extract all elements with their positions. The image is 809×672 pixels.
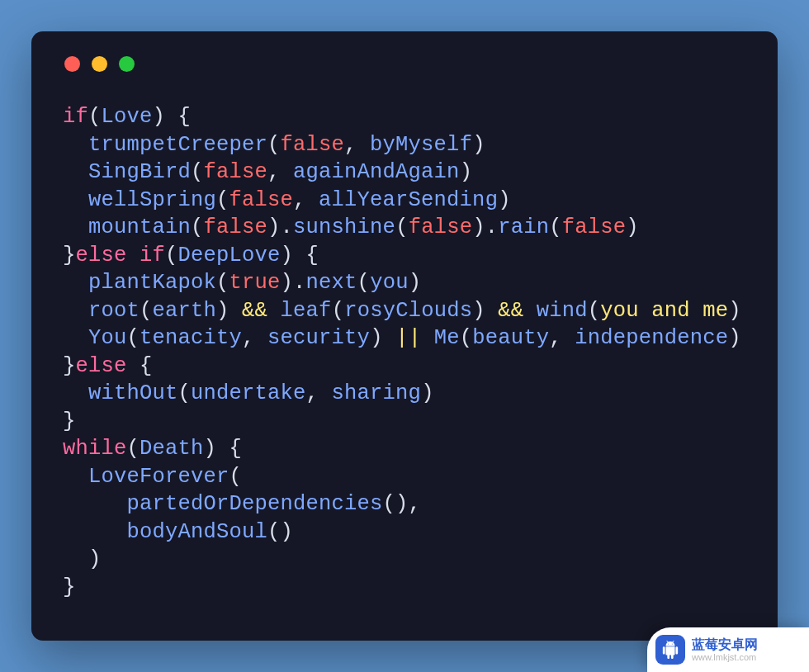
code-token xyxy=(63,215,88,239)
code-token: ) xyxy=(63,547,102,571)
code-token: ( xyxy=(165,244,178,267)
code-token: sharing xyxy=(332,381,422,405)
code-token: ( xyxy=(127,437,140,461)
code-token: { xyxy=(127,354,153,378)
code-token xyxy=(63,271,88,295)
code-token: ). xyxy=(267,215,293,239)
code-token: wind xyxy=(537,299,588,323)
code-token: ). xyxy=(472,215,498,239)
code-token: false xyxy=(409,215,473,239)
code-token: withOut xyxy=(88,381,178,405)
code-token xyxy=(63,520,127,544)
code-token: false xyxy=(281,133,345,157)
code-token: leaf xyxy=(281,299,332,323)
code-token: , xyxy=(267,160,293,184)
code-token: } xyxy=(63,575,76,599)
code-token xyxy=(63,492,127,516)
code-token: ( xyxy=(267,133,281,157)
close-icon[interactable] xyxy=(64,56,80,72)
code-token xyxy=(267,299,281,323)
code-token: ) xyxy=(472,133,485,157)
code-token: ( xyxy=(140,299,153,323)
watermark-badge[interactable]: 蓝莓安卓网 www.lmkjst.com xyxy=(647,627,809,672)
code-token xyxy=(63,381,88,405)
code-token: ) { xyxy=(281,244,319,267)
code-token: beauty xyxy=(472,326,549,350)
code-token: ) { xyxy=(153,105,192,129)
maximize-icon[interactable] xyxy=(119,56,135,72)
code-token: security xyxy=(267,326,370,350)
code-token: trumpetCreeper xyxy=(88,133,267,157)
code-token: , xyxy=(242,326,267,350)
code-token xyxy=(63,133,88,157)
code-token: ( xyxy=(588,299,601,323)
code-token: DeepLove xyxy=(178,244,281,267)
code-token: SingBird xyxy=(88,160,191,184)
code-token xyxy=(63,188,88,212)
code-token: root xyxy=(88,299,140,323)
code-token: ( xyxy=(191,160,204,184)
code-block: if(Love) { trumpetCreeper(false, byMysel… xyxy=(63,103,746,601)
code-token: undertake xyxy=(191,381,306,405)
badge-text: 蓝莓安卓网 www.lmkjst.com xyxy=(692,637,758,662)
code-token: ( xyxy=(395,215,409,239)
code-window: if(Love) { trumpetCreeper(false, byMysel… xyxy=(31,31,778,641)
code-token: earth xyxy=(153,299,217,323)
badge-url: www.lmkjst.com xyxy=(692,652,758,662)
code-token: ) { xyxy=(204,437,243,461)
code-token: Love xyxy=(102,105,153,129)
code-token: ( xyxy=(127,326,140,350)
code-token: ) xyxy=(370,326,395,350)
code-token: ) xyxy=(460,160,473,184)
code-token: you xyxy=(370,271,409,295)
code-token xyxy=(523,299,537,323)
code-token: ( xyxy=(178,381,192,405)
code-token: false xyxy=(229,188,294,212)
code-token: ( xyxy=(88,105,102,129)
code-token: againAndAgain xyxy=(293,160,460,184)
code-token: ( xyxy=(549,215,562,239)
code-token: && xyxy=(498,299,523,323)
code-token: Death xyxy=(140,437,204,461)
code-token: wellSpring xyxy=(88,188,216,212)
code-token: , xyxy=(549,326,575,350)
code-token xyxy=(63,160,88,184)
code-token: , xyxy=(293,188,319,212)
code-token xyxy=(63,299,88,323)
code-token: you and me xyxy=(600,299,728,323)
code-token: allYearSending xyxy=(319,188,498,212)
code-token: LoveForever xyxy=(88,465,229,489)
code-token: ( xyxy=(460,326,473,350)
code-token: rosyClouds xyxy=(344,299,472,323)
code-token: false xyxy=(204,160,268,184)
minimize-icon[interactable] xyxy=(92,56,107,72)
code-token xyxy=(421,326,434,350)
code-token: independence xyxy=(575,326,728,350)
code-token: } xyxy=(63,244,76,267)
code-token: , xyxy=(306,381,332,405)
code-token: ) xyxy=(728,326,741,350)
code-token: true xyxy=(229,271,281,295)
code-token: while xyxy=(63,437,127,461)
code-token: ) xyxy=(421,381,434,405)
code-token: ) xyxy=(472,299,498,323)
code-token: false xyxy=(204,215,268,239)
code-token: else if xyxy=(76,244,166,267)
code-token: } xyxy=(63,409,76,433)
code-token: else xyxy=(76,354,127,378)
code-token: ) xyxy=(498,188,511,212)
code-token: ) xyxy=(626,215,639,239)
code-token: ( xyxy=(216,188,229,212)
code-token: ( xyxy=(191,215,204,239)
code-token: ( xyxy=(229,465,243,489)
code-token xyxy=(63,465,88,489)
code-token: sunshine xyxy=(293,215,395,239)
code-token: rain xyxy=(498,215,549,239)
code-token: false xyxy=(562,215,627,239)
code-token: partedOrDependencies xyxy=(127,492,383,516)
code-token: bodyAndSoul xyxy=(127,520,268,544)
code-token: mountain xyxy=(88,215,191,239)
code-token: ( xyxy=(357,271,371,295)
code-token: (), xyxy=(383,492,422,516)
code-token: ) xyxy=(728,299,741,323)
